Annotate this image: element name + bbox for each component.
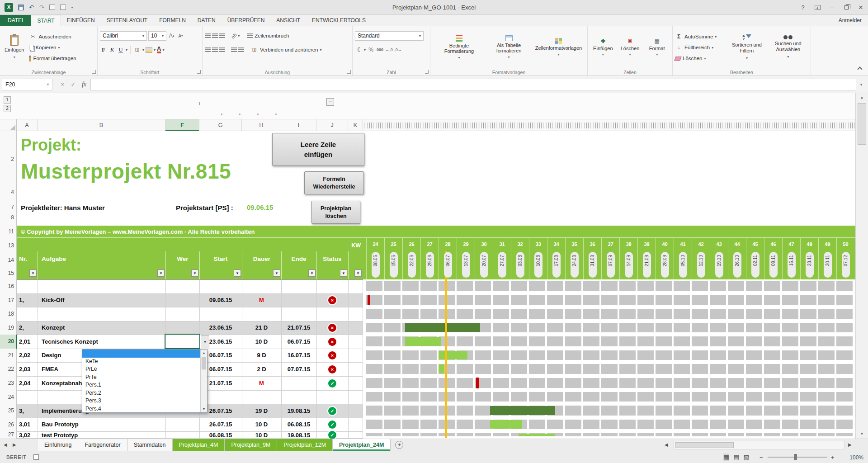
row-header-16[interactable]: 16: [0, 283, 14, 290]
row-header-24[interactable]: 24: [0, 393, 14, 401]
row-header-25[interactable]: 25: [0, 407, 14, 414]
italic-button[interactable]: K: [108, 46, 116, 53]
normal-view-icon[interactable]: ▦: [723, 454, 729, 461]
column-header-K[interactable]: K: [348, 119, 363, 131]
column-header-H[interactable]: H: [242, 119, 281, 131]
new-sheet-button[interactable]: +: [395, 441, 403, 449]
hscroll-right-icon[interactable]: ▶: [848, 442, 852, 447]
sort-filter-button[interactable]: AZ Sortieren und Filtern▾: [727, 28, 766, 67]
row-header-20[interactable]: 20: [0, 338, 14, 345]
sheet-tab-projektplan_24m[interactable]: Projektplan_24M: [333, 439, 391, 451]
paste-button[interactable]: Einfügen ▾: [2, 28, 26, 67]
zoom-level[interactable]: 100%: [842, 454, 863, 461]
redo-icon[interactable]: ↷: [39, 4, 45, 11]
row-header-2[interactable]: 2: [0, 156, 14, 163]
row-header-18[interactable]: 18: [0, 310, 14, 317]
align-bottom-icon[interactable]: [219, 33, 225, 38]
dropdown-item[interactable]: PrLe: [82, 365, 200, 373]
restore-icon[interactable]: [839, 0, 854, 15]
percent-format-icon[interactable]: %: [367, 46, 375, 53]
page-layout-view-icon[interactable]: ▤: [733, 454, 739, 461]
bold-button[interactable]: F: [100, 46, 107, 53]
ribbon-tab-seitenlayout[interactable]: SEITENLAYOUT: [101, 15, 153, 26]
increase-indent-icon[interactable]: [238, 47, 244, 52]
find-select-button[interactable]: Suchen und Auswählen▾: [768, 28, 808, 67]
undo-icon[interactable]: ↶: [29, 4, 34, 11]
dropdown-item[interactable]: KeTe: [82, 358, 200, 366]
ribbon-tab-formeln[interactable]: FORMELN: [153, 15, 192, 26]
remove-decimal-icon[interactable]: ,0→: [394, 46, 402, 53]
fill-button[interactable]: ↓Füllbereich▾: [675, 43, 726, 52]
cell-styles-button[interactable]: Zellenformatvorlagen▾: [534, 28, 583, 67]
format-cells-button[interactable]: ▦Format▾: [644, 28, 670, 67]
filter-button[interactable]: ▼: [354, 269, 362, 277]
fill-color-icon[interactable]: [146, 47, 152, 53]
horizontal-scroll-thumb[interactable]: [675, 442, 734, 448]
align-middle-icon[interactable]: [212, 33, 218, 38]
chevron-down-icon[interactable]: ▾: [238, 34, 240, 38]
name-box[interactable]: F20▾: [2, 79, 52, 90]
zoom-slider-thumb[interactable]: [794, 454, 797, 460]
row-header-14[interactable]: 14: [0, 256, 14, 264]
dropdown-scrollbar[interactable]: ▲ ▼: [200, 350, 207, 412]
qat-customize-icon[interactable]: ▾: [71, 5, 73, 9]
dialog-launcher-icon[interactable]: [347, 70, 351, 74]
row-header-13[interactable]: 13: [0, 242, 14, 249]
dropdown-item[interactable]: Pers.4: [82, 405, 200, 413]
row-header-22[interactable]: 22: [0, 365, 14, 373]
ribbon-tab-start[interactable]: START: [31, 15, 61, 26]
ribbon-tab-einfügen[interactable]: EINFÜGEN: [61, 15, 101, 26]
qat-custom-icon-2[interactable]: [60, 5, 66, 10]
scroll-up-icon[interactable]: ▲: [856, 93, 868, 102]
formula-bar-expand-icon[interactable]: ▾: [856, 82, 866, 87]
sheet-tab-projektplan_9m[interactable]: Projektplan_9M: [225, 439, 277, 451]
cancel-formula-icon[interactable]: ×: [57, 81, 68, 88]
minimize-icon[interactable]: –: [825, 0, 839, 15]
zoom-out-icon[interactable]: −: [760, 454, 763, 461]
scroll-down-icon[interactable]: ▼: [856, 430, 868, 439]
delete-cells-button[interactable]: ✖Löschen▾: [617, 28, 643, 67]
sheet-tab-einführung[interactable]: Einführung: [38, 439, 78, 451]
clear-button[interactable]: Löschen▾: [675, 54, 726, 63]
filter-button[interactable]: ▼: [29, 269, 37, 277]
format-painter-button[interactable]: Format übertragen: [29, 54, 76, 63]
font-size-select[interactable]: 10▾: [148, 31, 166, 41]
insert-empty-row-button[interactable]: Leere Zeileeinfügen: [272, 133, 364, 166]
sign-in-label[interactable]: Anmelder: [839, 17, 862, 24]
decrease-indent-icon[interactable]: [231, 47, 237, 52]
chevron-down-icon[interactable]: ▾: [364, 48, 366, 52]
number-format-select[interactable]: Standard▾: [355, 31, 424, 41]
dropdown-scroll-thumb[interactable]: [202, 357, 206, 369]
worksheet[interactable]: 1 2 − ABFGHIJK 2478111314151617181920212…: [0, 93, 868, 439]
sheet-tab-stammdaten[interactable]: Stammdaten: [127, 439, 173, 451]
restore-formulas-button[interactable]: FormelnWiederherstelle: [304, 171, 364, 194]
orientation-icon[interactable]: ab: [230, 32, 238, 39]
column-header-A[interactable]: A: [17, 119, 38, 131]
wrap-text-button[interactable]: Zeilenumbruch: [247, 31, 289, 41]
page-break-view-icon[interactable]: ▧: [743, 454, 749, 461]
align-left-icon[interactable]: [205, 47, 211, 52]
ribbon-tab-ansicht[interactable]: ANSICHT: [270, 15, 306, 26]
conditional-formatting-button[interactable]: Bedingte Formatierung▾: [435, 28, 484, 67]
ribbon-tab-daten[interactable]: DATEN: [192, 15, 222, 26]
borders-icon[interactable]: ⊞: [133, 46, 141, 53]
dropdown-item[interactable]: Pers.1: [82, 381, 200, 389]
hscroll-left-icon[interactable]: ◀: [665, 442, 668, 447]
merge-center-button[interactable]: ⊞Verbinden und zentrieren▾: [250, 45, 322, 55]
filter-button[interactable]: ▼: [308, 269, 316, 277]
save-icon[interactable]: [18, 5, 24, 10]
ribbon-tab-entwicklertools[interactable]: ENTWICKLERTOOLS: [306, 15, 372, 26]
row-header-15[interactable]: 15: [0, 269, 14, 277]
macro-record-icon[interactable]: [33, 454, 39, 460]
qat-custom-icon-1[interactable]: [49, 5, 55, 10]
horizontal-scrollbar[interactable]: [674, 441, 844, 449]
column-header-I[interactable]: I: [281, 119, 316, 131]
row-header-19[interactable]: 19: [0, 324, 14, 331]
selected-cell-F20[interactable]: [165, 334, 200, 349]
dropdown-item[interactable]: Pers.2: [82, 389, 200, 397]
dropdown-scroll-down-icon[interactable]: ▼: [201, 406, 207, 412]
chevron-down-icon[interactable]: ▾: [126, 48, 127, 52]
row-header-27[interactable]: 27: [0, 431, 14, 438]
align-top-icon[interactable]: [205, 33, 211, 38]
sheet-tab-farbgenerator[interactable]: Farbgenerator: [78, 439, 127, 451]
